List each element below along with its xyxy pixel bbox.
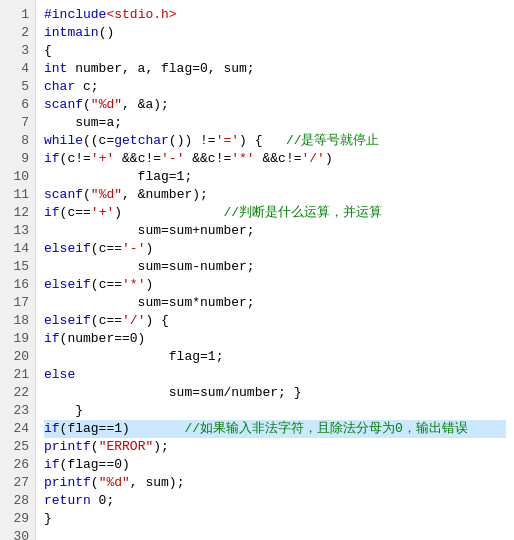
line-number: 30 — [8, 528, 29, 540]
code-line: int number, a, flag=0, sum; — [44, 60, 506, 78]
code-editor: 1234567891011121314151617181920212223242… — [0, 0, 514, 540]
line-number: 1 — [8, 6, 29, 24]
line-number: 25 — [8, 438, 29, 456]
line-number: 22 — [8, 384, 29, 402]
line-number: 16 — [8, 276, 29, 294]
code-line: if(number==0) — [44, 330, 506, 348]
line-number: 23 — [8, 402, 29, 420]
line-number: 28 — [8, 492, 29, 510]
line-number: 29 — [8, 510, 29, 528]
code-line: { — [44, 42, 506, 60]
line-number: 24 — [8, 420, 29, 438]
code-line: printf("%d", sum); — [44, 474, 506, 492]
code-line: } — [44, 402, 506, 420]
code-line: scanf("%d", &a); — [44, 96, 506, 114]
code-line: else if(c=='*') — [44, 276, 506, 294]
line-number: 18 — [8, 312, 29, 330]
code-line: #include<stdio.h> — [44, 6, 506, 24]
code-line: if(c=='+') //判断是什么运算，并运算 — [44, 204, 506, 222]
line-number: 17 — [8, 294, 29, 312]
line-number: 4 — [8, 60, 29, 78]
line-number: 3 — [8, 42, 29, 60]
line-number: 2 — [8, 24, 29, 42]
code-line: if(flag==0) — [44, 456, 506, 474]
code-line: else if(c=='/') { — [44, 312, 506, 330]
code-line: flag=1; — [44, 168, 506, 186]
code-line: int main() — [44, 24, 506, 42]
line-numbers: 1234567891011121314151617181920212223242… — [0, 0, 36, 540]
line-number: 20 — [8, 348, 29, 366]
line-number: 9 — [8, 150, 29, 168]
line-number: 12 — [8, 204, 29, 222]
code-line: else — [44, 366, 506, 384]
line-number: 7 — [8, 114, 29, 132]
line-number: 6 — [8, 96, 29, 114]
code-line: flag=1; — [44, 348, 506, 366]
code-line: if(c!='+' &&c!='-' &&c!='*' &&c!='/') — [44, 150, 506, 168]
code-line: char c; — [44, 78, 506, 96]
code-line: scanf("%d", &number); — [44, 186, 506, 204]
line-number: 15 — [8, 258, 29, 276]
code-line: sum=sum+number; — [44, 222, 506, 240]
line-number: 8 — [8, 132, 29, 150]
line-number: 19 — [8, 330, 29, 348]
code-line: while((c=getchar()) !='=') { //是等号就停止 — [44, 132, 506, 150]
code-area[interactable]: #include<stdio.h>int main(){ int number,… — [36, 0, 514, 540]
code-line: else if(c=='-') — [44, 240, 506, 258]
code-line: sum=sum/number; } — [44, 384, 506, 402]
line-number: 11 — [8, 186, 29, 204]
line-number: 21 — [8, 366, 29, 384]
code-line: printf("ERROR"); — [44, 438, 506, 456]
code-line: sum=sum*number; — [44, 294, 506, 312]
line-number: 13 — [8, 222, 29, 240]
code-line: } — [44, 510, 506, 528]
code-line: sum=a; — [44, 114, 506, 132]
code-line: sum=sum-number; — [44, 258, 506, 276]
line-number: 14 — [8, 240, 29, 258]
line-number: 10 — [8, 168, 29, 186]
line-number: 27 — [8, 474, 29, 492]
line-number: 26 — [8, 456, 29, 474]
code-line: if(flag==1) //如果输入非法字符，且除法分母为0，输出错误 — [44, 420, 506, 438]
code-line: return 0; — [44, 492, 506, 510]
line-number: 5 — [8, 78, 29, 96]
